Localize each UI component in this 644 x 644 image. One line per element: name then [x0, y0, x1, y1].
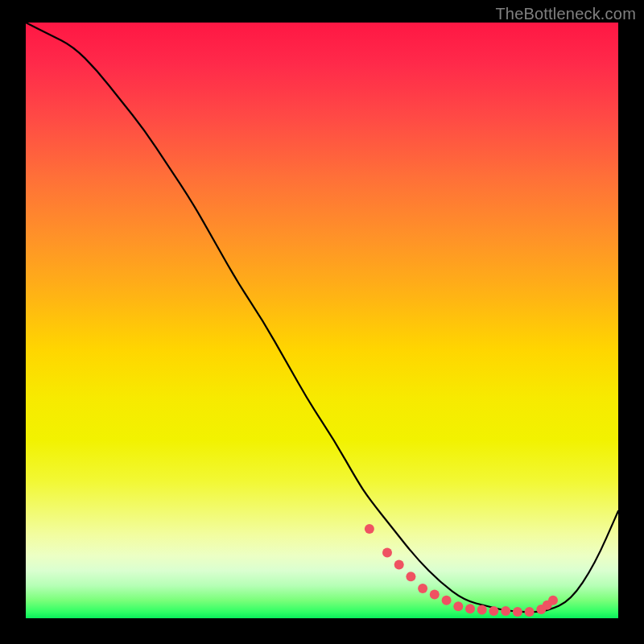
- marker-dot: [548, 596, 558, 605]
- chart-stage: TheBottleneck.com: [0, 0, 644, 644]
- watermark-text: TheBottleneck.com: [495, 5, 636, 23]
- marker-dot: [365, 524, 374, 534]
- marker-dot: [453, 601, 463, 611]
- marker-dot: [501, 606, 510, 616]
- marker-dot: [477, 605, 487, 615]
- marker-dot: [382, 548, 392, 558]
- marker-group: [365, 524, 558, 617]
- marker-dot: [406, 572, 415, 581]
- marker-dot: [394, 559, 404, 569]
- bottleneck-curve: [26, 23, 618, 612]
- curve-svg: [26, 23, 618, 618]
- marker-dot: [465, 604, 475, 613]
- marker-dot: [442, 596, 452, 605]
- marker-dot: [430, 589, 440, 599]
- plot-area: [26, 23, 618, 618]
- marker-dot: [418, 584, 427, 593]
- marker-dot: [525, 607, 535, 617]
- marker-dot: [513, 607, 522, 617]
- marker-dot: [489, 606, 498, 616]
